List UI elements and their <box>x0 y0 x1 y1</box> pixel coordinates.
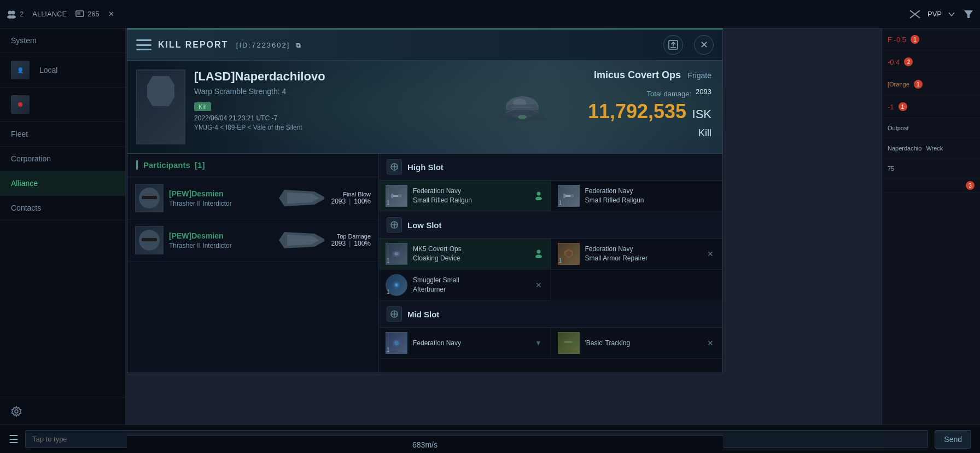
security-04-value: -0.4 <box>888 58 900 66</box>
tracking-item-name: 'Basic' Tracking <box>585 339 700 348</box>
tracking-icon <box>558 332 580 354</box>
afterburner-item-name: Smuggler SmallAfterburner <box>413 276 528 294</box>
participant-info-2: [PEW]Desmien Thrasher II Interdictor <box>169 231 271 249</box>
low-slot-afterburner-item[interactable]: 1 Smuggler SmallAfterburner ✕ <box>379 270 551 301</box>
export-icon <box>668 40 678 50</box>
sidebar-item-local[interactable]: 👤 Local <box>0 53 125 88</box>
tracking-svg <box>562 336 575 350</box>
participants-panel: Participants [1] [PEW]Desmien Thrasher I… <box>127 154 379 373</box>
afterburner-close-icon[interactable]: ✕ <box>533 280 544 291</box>
high-slot-right-col: 1 Federation NavySmall Rifled Railgun <box>551 181 723 212</box>
navy-icon: 1 <box>386 332 407 354</box>
export-button[interactable] <box>663 35 683 55</box>
high-slot-header: High Slot <box>379 154 722 181</box>
filter-icon <box>964 10 973 19</box>
send-button[interactable]: Send <box>935 430 971 449</box>
sunglasses-bar-1 <box>142 196 157 199</box>
svg-marker-57 <box>572 340 574 344</box>
mid-slot-header: Mid Slot <box>379 301 722 328</box>
cloak-item-name: MK5 Covert OpsCloaking Device <box>413 245 528 263</box>
interdictor-ship-svg-2 <box>276 229 325 251</box>
window-count-item[interactable]: 265 <box>75 10 100 18</box>
cloak-icon: 1 <box>386 243 407 265</box>
participants-header: Participants [1] <box>127 154 378 177</box>
speed-bar: 683m/s <box>127 435 723 453</box>
low-slot-cloak-item[interactable]: 1 MK5 Covert OpsCloaking Device <box>379 239 551 270</box>
participant-row-2[interactable]: [PEW]Desmien Thrasher II Interdictor Top… <box>127 219 378 262</box>
armor-item-name: Federation NavySmall Armor Repairer <box>585 245 700 263</box>
sidebar-item-fleet[interactable]: Fleet <box>0 122 125 147</box>
damage-1: 2093 <box>331 198 346 205</box>
mid-slot-tracking-item[interactable]: 'Basic' Tracking ✕ <box>551 328 723 359</box>
right-panel-minus1: -1 1 <box>882 96 980 118</box>
participant-avatar-2 <box>135 226 164 254</box>
participants-count: [1] <box>195 160 205 170</box>
armor-icon: 1 <box>558 243 580 265</box>
players-count-item[interactable]: 2 <box>7 10 24 19</box>
hamburger-menu-button[interactable] <box>136 39 151 50</box>
weapon-icon <box>390 162 399 171</box>
right-panel: F -0.5 1 -0.4 2 [Orange 1 -1 1 Outpost N… <box>882 28 980 453</box>
menu-icon-bottom[interactable]: ☰ <box>9 433 19 446</box>
close-button[interactable]: ✕ <box>694 35 714 55</box>
svg-rect-56 <box>564 341 573 343</box>
mid-nav-chevron-icon[interactable]: ▼ <box>533 338 544 349</box>
high-slot-icon <box>387 159 402 175</box>
svg-rect-37 <box>563 194 565 198</box>
sidebar-item-alliance[interactable]: Alliance <box>0 171 125 196</box>
modal-title: KILL REPORT [ID:7223602] ⧉ <box>158 40 302 50</box>
crossed-swords-icon <box>909 9 921 19</box>
low-slot-icon <box>387 217 402 233</box>
svg-marker-8 <box>964 10 973 18</box>
pct-1: 100% <box>354 198 371 205</box>
sidebar-item-system[interactable]: System <box>0 28 125 53</box>
hamburger-line-2 <box>136 44 151 46</box>
participant-ship-2: Thrasher II Interdictor <box>169 242 271 249</box>
sunglasses-face-2 <box>139 230 160 251</box>
participant-stats-1: Final Blow 2093 | 100% <box>331 191 371 205</box>
pilot-mask <box>147 76 174 106</box>
low-slot-armor-item[interactable]: 1 Federation NavySmall Armor Repairer ✕ <box>551 239 723 270</box>
total-damage-value: 2093 <box>696 88 711 96</box>
pilot-warp-scramble: Warp Scramble Strength: 4 <box>194 87 468 96</box>
pct-2: 100% <box>354 240 371 247</box>
sidebar-item-corporation[interactable]: Corporation <box>0 147 125 171</box>
svg-point-9 <box>15 410 18 413</box>
participant-row-1[interactable]: [PEW]Desmien Thrasher II Interdictor Fin… <box>127 177 378 219</box>
filter-item[interactable] <box>964 10 973 19</box>
chevron-down-icon[interactable] <box>948 12 955 16</box>
sidebar-fleet-label: Fleet <box>11 130 28 138</box>
right-panel-security-04: -0.4 2 <box>882 51 980 73</box>
count-75: 75 <box>888 165 894 172</box>
sidebar-item-local2[interactable] <box>0 88 125 122</box>
qty-badge-cloak: 1 <box>387 258 390 264</box>
svg-rect-5 <box>77 12 80 15</box>
qty-badge-hr0: 1 <box>559 200 562 206</box>
interdictor-ship-svg-1 <box>276 187 325 209</box>
modal-id: [ID:7223602] <box>236 41 290 49</box>
players-count: 2 <box>20 10 24 18</box>
kill-type-display: Kill <box>588 127 711 139</box>
qty-badge-navy: 1 <box>387 347 390 353</box>
mid-slot-navy-name: Federation Navy <box>413 339 528 348</box>
afterburner-icon: 1 <box>386 274 407 296</box>
mid-slot-navy-item[interactable]: 1 Federation Navy ▼ <box>379 328 551 359</box>
high-slot-item-left-0[interactable]: 1 Federation NavySmall Rifled Railgun <box>379 181 551 212</box>
orange-label: [Orange <box>888 81 909 88</box>
close-window-item[interactable]: ✕ <box>108 10 114 18</box>
high-slot-item-right-0[interactable]: 1 Federation NavySmall Rifled Railgun <box>551 181 723 212</box>
ship-illustration <box>481 72 563 143</box>
armor-close-icon[interactable]: ✕ <box>705 248 716 259</box>
right-panel-orange: [Orange 1 <box>882 73 980 96</box>
close-windows-icon: ✕ <box>108 10 114 18</box>
notif-items: 3 <box>966 181 975 190</box>
settings-button[interactable] <box>11 406 115 417</box>
svg-point-34 <box>536 192 540 196</box>
svg-point-48 <box>395 284 398 286</box>
svg-point-55 <box>394 341 399 345</box>
tracking-close-icon[interactable]: ✕ <box>705 338 716 349</box>
copy-icon[interactable]: ⧉ <box>296 42 302 49</box>
participant-info-1: [PEW]Desmien Thrasher II Interdictor <box>169 189 271 207</box>
sidebar-item-contacts[interactable]: Contacts <box>0 196 125 220</box>
participant-avatar-1 <box>135 184 164 212</box>
